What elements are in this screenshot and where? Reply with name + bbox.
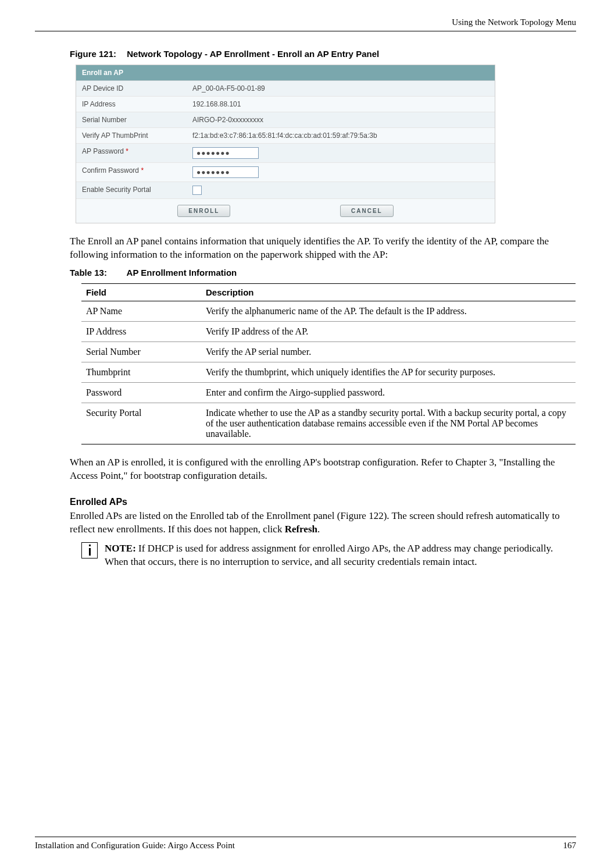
figure-caption: Figure 121: Network Topology - AP Enroll… (70, 49, 576, 59)
row-password: AP Password * ●●●●●●● (76, 144, 495, 163)
figure-number: Figure 121: (70, 49, 116, 59)
col-field: Field (81, 283, 201, 301)
table-row: AP Name Verify the alphanumeric name of … (81, 301, 576, 321)
enroll-button[interactable]: ENROLL (177, 205, 230, 217)
value-thumbprint: f2:1a:bd:e3:c7:86:1a:65:81:f4:dc:ca:cb:a… (187, 128, 495, 143)
label-password: AP Password * (76, 144, 187, 162)
row-ip: IP Address 192.168.88.101 (76, 97, 495, 112)
figure-title: Network Topology - AP Enrollment - Enrol… (127, 49, 379, 59)
label-thumbprint: Verify AP ThumbPrint (76, 128, 187, 143)
footer-doc-title: Installation and Configuration Guide: Ai… (35, 841, 235, 851)
enroll-ap-screenshot: Enroll an AP AP Device ID AP_00-0A-F5-00… (76, 65, 495, 223)
panel-title: Enroll an AP (76, 65, 495, 81)
section-title: Using the Network Topology Menu (452, 17, 576, 27)
paragraph-enrolled-aps: Enrolled APs are listed on the Enrolled … (70, 510, 576, 536)
confirm-password-input[interactable]: ●●●●●●● (192, 166, 259, 178)
footer-page-number: 167 (563, 841, 577, 851)
table-caption: Table 13: AP Enrollment Information (70, 268, 576, 278)
row-thumbprint: Verify AP ThumbPrint f2:1a:bd:e3:c7:86:1… (76, 128, 495, 144)
row-serial: Serial Number AIRGO-P2-0xxxxxxxxx (76, 112, 495, 128)
col-desc: Description (201, 283, 576, 301)
cancel-button[interactable]: CANCEL (340, 205, 394, 217)
subheading-enrolled-aps: Enrolled APs (70, 497, 576, 507)
table-number: Table 13: (70, 268, 107, 278)
label-confirm-password: Confirm Password * (76, 163, 187, 182)
label-security-portal: Enable Security Portal (76, 182, 187, 198)
value-serial: AIRGO-P2-0xxxxxxxxx (187, 112, 495, 127)
required-star: * (126, 147, 128, 155)
password-input[interactable]: ●●●●●●● (192, 147, 259, 159)
table-title: AP Enrollment Information (127, 268, 237, 278)
table-row: Password Enter and confirm the Airgo-sup… (81, 382, 576, 403)
value-device-id: AP_00-0A-F5-00-01-89 (187, 81, 495, 96)
label-device-id: AP Device ID (76, 81, 187, 96)
table-row: Thumbprint Verify the thumbprint, which … (81, 362, 576, 382)
note-block: NOTE: If DHCP is used for address assign… (81, 542, 564, 569)
label-ip: IP Address (76, 97, 187, 112)
table-row: Serial Number Verify the AP serial numbe… (81, 341, 576, 362)
paragraph-bootstrap: When an AP is enrolled, it is configured… (70, 456, 576, 483)
page-footer: Installation and Configuration Guide: Ai… (35, 837, 576, 851)
page-header: Using the Network Topology Menu (35, 17, 576, 31)
info-icon (81, 542, 98, 558)
value-ip: 192.168.88.101 (187, 97, 495, 112)
table-row: Security Portal Indicate whether to use … (81, 403, 576, 444)
label-serial: Serial Number (76, 112, 187, 127)
enrollment-info-table: Field Description AP Name Verify the alp… (81, 283, 576, 444)
button-row: ENROLL CANCEL (76, 199, 495, 223)
paragraph-intro: The Enroll an AP panel contains informat… (70, 235, 576, 262)
row-device-id: AP Device ID AP_00-0A-F5-00-01-89 (76, 81, 495, 97)
row-security-portal: Enable Security Portal (76, 182, 495, 199)
row-confirm-password: Confirm Password * ●●●●●●● (76, 163, 495, 182)
required-star: * (141, 166, 144, 175)
table-row: IP Address Verify IP address of the AP. (81, 321, 576, 341)
note-text: NOTE: If DHCP is used for address assign… (105, 542, 564, 569)
security-portal-checkbox[interactable] (192, 186, 202, 195)
